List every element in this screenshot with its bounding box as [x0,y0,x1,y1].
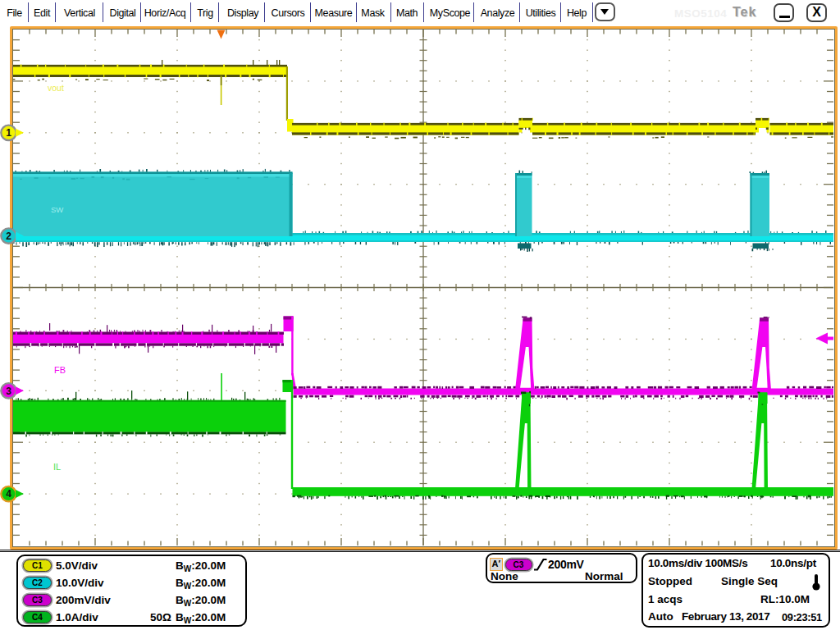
svg-text:IL: IL [53,462,61,472]
svg-text:4: 4 [6,488,11,500]
svg-text:1: 1 [6,127,11,139]
svg-text:SW: SW [51,205,63,214]
svg-text:FB: FB [54,365,66,375]
svg-text:2: 2 [6,231,11,242]
svg-text:3: 3 [6,386,11,397]
svg-text:vout: vout [48,83,64,93]
